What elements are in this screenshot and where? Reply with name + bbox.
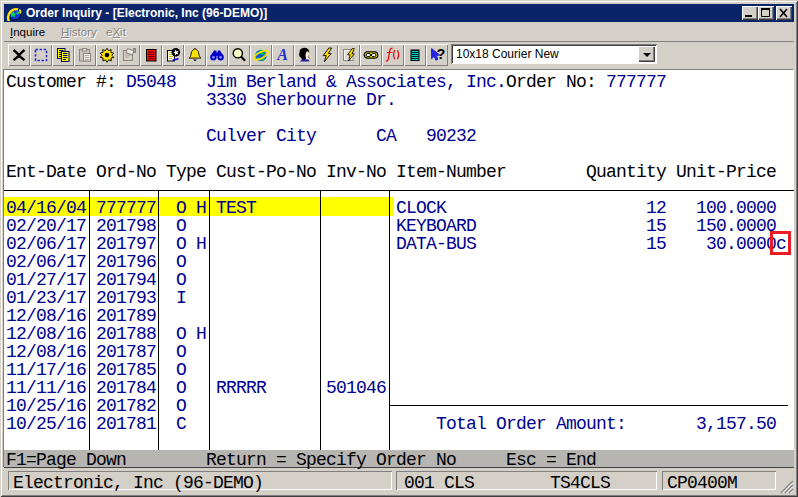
svg-text:A: A bbox=[276, 47, 288, 63]
svg-text:?: ? bbox=[437, 47, 445, 62]
